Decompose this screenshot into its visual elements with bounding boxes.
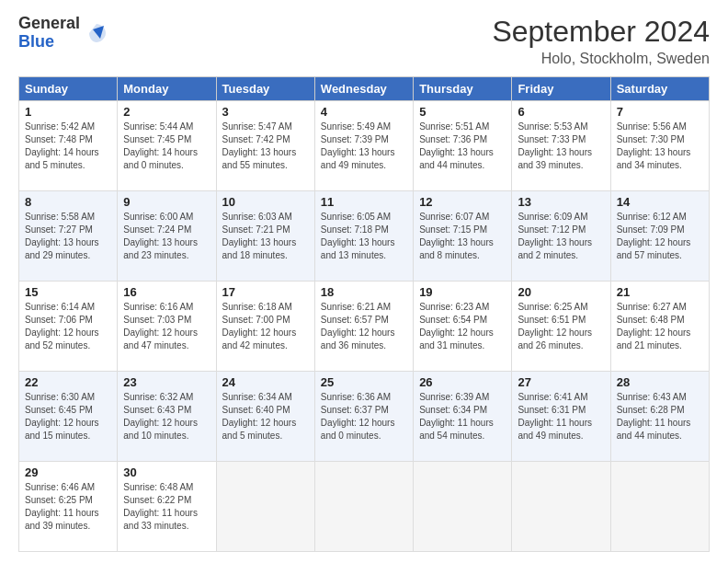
day-info: Sunrise: 6:41 AMSunset: 6:31 PMDaylight:…	[518, 391, 604, 442]
day-cell: 28Sunrise: 6:43 AMSunset: 6:28 PMDayligh…	[610, 372, 709, 462]
day-cell: 1Sunrise: 5:42 AMSunset: 7:48 PMDaylight…	[19, 101, 118, 191]
day-info: Sunrise: 6:00 AMSunset: 7:24 PMDaylight:…	[123, 211, 210, 262]
day-number: 25	[321, 375, 407, 389]
logo-icon	[84, 20, 109, 46]
day-number: 11	[321, 195, 407, 209]
day-cell: 20Sunrise: 6:25 AMSunset: 6:51 PMDayligh…	[512, 282, 610, 372]
day-cell	[610, 462, 709, 552]
page-header: General Blue September 2024 Holo, Stockh…	[18, 15, 710, 67]
day-number: 3	[222, 105, 309, 119]
logo: General Blue	[18, 15, 109, 52]
day-cell: 23Sunrise: 6:32 AMSunset: 6:43 PMDayligh…	[118, 372, 216, 462]
day-cell	[216, 462, 314, 552]
day-info: Sunrise: 6:14 AMSunset: 7:06 PMDaylight:…	[25, 301, 111, 352]
day-number: 10	[222, 195, 309, 209]
day-number: 8	[25, 195, 111, 209]
col-header-tuesday: Tuesday	[216, 77, 314, 101]
day-cell: 29Sunrise: 6:46 AMSunset: 6:25 PMDayligh…	[19, 462, 118, 552]
day-info: Sunrise: 5:49 AMSunset: 7:39 PMDaylight:…	[321, 121, 407, 172]
day-number: 18	[321, 285, 407, 299]
day-info: Sunrise: 6:34 AMSunset: 6:40 PMDaylight:…	[222, 391, 309, 442]
day-info: Sunrise: 6:23 AMSunset: 6:54 PMDaylight:…	[419, 301, 506, 352]
day-info: Sunrise: 6:09 AMSunset: 7:12 PMDaylight:…	[518, 211, 604, 262]
day-number: 7	[617, 105, 703, 119]
day-cell: 21Sunrise: 6:27 AMSunset: 6:48 PMDayligh…	[610, 282, 709, 372]
day-cell: 30Sunrise: 6:48 AMSunset: 6:22 PMDayligh…	[118, 462, 216, 552]
calendar-table: SundayMondayTuesdayWednesdayThursdayFrid…	[18, 76, 710, 552]
day-number: 23	[123, 375, 210, 389]
week-row-5: 29Sunrise: 6:46 AMSunset: 6:25 PMDayligh…	[19, 462, 710, 552]
day-number: 21	[617, 285, 703, 299]
day-info: Sunrise: 6:27 AMSunset: 6:48 PMDaylight:…	[617, 301, 703, 352]
col-header-thursday: Thursday	[414, 77, 512, 101]
day-number: 28	[617, 375, 703, 389]
day-number: 13	[518, 195, 604, 209]
day-cell: 5Sunrise: 5:51 AMSunset: 7:36 PMDaylight…	[414, 101, 512, 191]
col-header-wednesday: Wednesday	[314, 77, 413, 101]
week-row-3: 15Sunrise: 6:14 AMSunset: 7:06 PMDayligh…	[19, 282, 710, 372]
day-number: 9	[123, 195, 210, 209]
logo-text: General Blue	[18, 15, 80, 52]
day-info: Sunrise: 5:44 AMSunset: 7:45 PMDaylight:…	[123, 121, 210, 172]
day-number: 27	[518, 375, 604, 389]
day-number: 15	[25, 285, 111, 299]
col-header-saturday: Saturday	[610, 77, 709, 101]
day-cell: 17Sunrise: 6:18 AMSunset: 7:00 PMDayligh…	[216, 282, 314, 372]
day-info: Sunrise: 6:18 AMSunset: 7:00 PMDaylight:…	[222, 301, 309, 352]
day-number: 1	[25, 105, 111, 119]
day-info: Sunrise: 5:51 AMSunset: 7:36 PMDaylight:…	[419, 121, 506, 172]
month-title: September 2024	[492, 15, 710, 49]
day-number: 26	[419, 375, 506, 389]
day-number: 14	[617, 195, 703, 209]
day-cell: 14Sunrise: 6:12 AMSunset: 7:09 PMDayligh…	[610, 191, 709, 282]
day-cell: 16Sunrise: 6:16 AMSunset: 7:03 PMDayligh…	[118, 282, 216, 372]
day-info: Sunrise: 6:07 AMSunset: 7:15 PMDaylight:…	[419, 211, 506, 262]
day-cell: 18Sunrise: 6:21 AMSunset: 6:57 PMDayligh…	[314, 282, 413, 372]
day-cell: 9Sunrise: 6:00 AMSunset: 7:24 PMDaylight…	[118, 191, 216, 282]
day-number: 4	[321, 105, 407, 119]
day-info: Sunrise: 6:48 AMSunset: 6:22 PMDaylight:…	[123, 481, 210, 533]
day-number: 17	[222, 285, 309, 299]
day-number: 5	[419, 105, 506, 119]
week-row-2: 8Sunrise: 5:58 AMSunset: 7:27 PMDaylight…	[19, 191, 710, 282]
col-header-sunday: Sunday	[19, 77, 118, 101]
day-number: 16	[123, 285, 210, 299]
day-info: Sunrise: 5:53 AMSunset: 7:33 PMDaylight:…	[518, 121, 604, 172]
day-number: 30	[123, 465, 210, 479]
col-header-friday: Friday	[512, 77, 610, 101]
day-info: Sunrise: 6:05 AMSunset: 7:18 PMDaylight:…	[321, 211, 407, 262]
day-cell	[414, 462, 512, 552]
day-cell: 19Sunrise: 6:23 AMSunset: 6:54 PMDayligh…	[414, 282, 512, 372]
day-cell: 25Sunrise: 6:36 AMSunset: 6:37 PMDayligh…	[314, 372, 413, 462]
day-info: Sunrise: 6:21 AMSunset: 6:57 PMDaylight:…	[321, 301, 407, 352]
day-cell: 26Sunrise: 6:39 AMSunset: 6:34 PMDayligh…	[414, 372, 512, 462]
day-info: Sunrise: 6:32 AMSunset: 6:43 PMDaylight:…	[123, 391, 210, 442]
day-info: Sunrise: 6:03 AMSunset: 7:21 PMDaylight:…	[222, 211, 309, 262]
col-header-monday: Monday	[118, 77, 216, 101]
day-number: 29	[25, 465, 111, 479]
day-info: Sunrise: 6:25 AMSunset: 6:51 PMDaylight:…	[518, 301, 604, 352]
day-cell: 22Sunrise: 6:30 AMSunset: 6:45 PMDayligh…	[19, 372, 118, 462]
day-info: Sunrise: 5:58 AMSunset: 7:27 PMDaylight:…	[25, 211, 111, 262]
day-info: Sunrise: 6:39 AMSunset: 6:34 PMDaylight:…	[419, 391, 506, 442]
day-number: 22	[25, 375, 111, 389]
title-block: September 2024 Holo, Stockholm, Sweden	[492, 15, 710, 67]
location-title: Holo, Stockholm, Sweden	[492, 51, 710, 67]
week-row-4: 22Sunrise: 6:30 AMSunset: 6:45 PMDayligh…	[19, 372, 710, 462]
day-info: Sunrise: 6:43 AMSunset: 6:28 PMDaylight:…	[617, 391, 703, 442]
day-info: Sunrise: 5:47 AMSunset: 7:42 PMDaylight:…	[222, 121, 309, 172]
day-cell: 27Sunrise: 6:41 AMSunset: 6:31 PMDayligh…	[512, 372, 610, 462]
day-number: 12	[419, 195, 506, 209]
day-cell: 11Sunrise: 6:05 AMSunset: 7:18 PMDayligh…	[314, 191, 413, 282]
day-info: Sunrise: 6:46 AMSunset: 6:25 PMDaylight:…	[25, 481, 111, 533]
day-info: Sunrise: 5:42 AMSunset: 7:48 PMDaylight:…	[25, 121, 111, 172]
day-cell: 3Sunrise: 5:47 AMSunset: 7:42 PMDaylight…	[216, 101, 314, 191]
day-cell: 6Sunrise: 5:53 AMSunset: 7:33 PMDaylight…	[512, 101, 610, 191]
day-cell	[314, 462, 413, 552]
day-number: 6	[518, 105, 604, 119]
day-info: Sunrise: 6:12 AMSunset: 7:09 PMDaylight:…	[617, 211, 703, 262]
day-number: 19	[419, 285, 506, 299]
day-number: 24	[222, 375, 309, 389]
day-cell: 24Sunrise: 6:34 AMSunset: 6:40 PMDayligh…	[216, 372, 314, 462]
day-info: Sunrise: 6:36 AMSunset: 6:37 PMDaylight:…	[321, 391, 407, 442]
